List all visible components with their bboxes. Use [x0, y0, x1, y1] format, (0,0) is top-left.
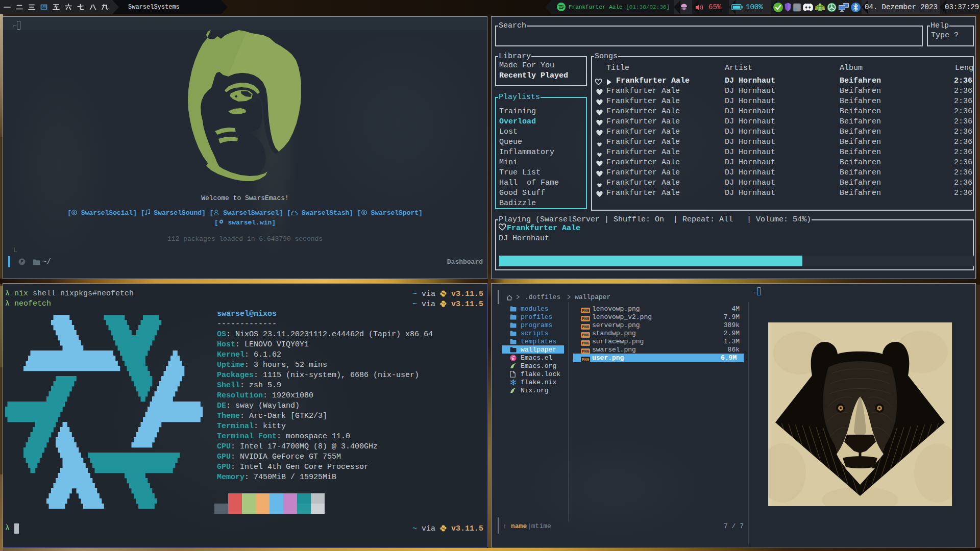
svg-text:@: @: [73, 211, 76, 215]
svg-text:@: @: [363, 211, 365, 215]
svg-text:E: E: [20, 260, 23, 265]
